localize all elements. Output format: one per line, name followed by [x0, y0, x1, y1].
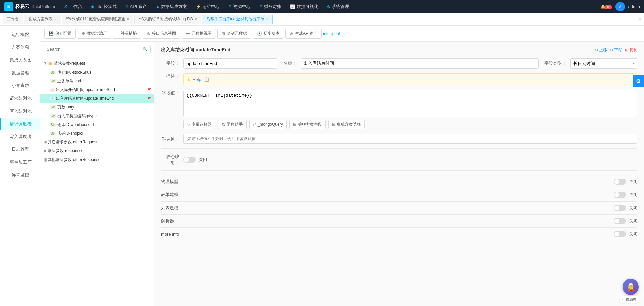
tab-close-ys-purchase[interactable]: × [195, 17, 197, 21]
form-toggle-wrap: 关闭 [614, 192, 637, 198]
copy-action-icon: ⊞ [625, 48, 628, 52]
sidebar-item-anomaly-monitor[interactable]: 异常监控 [0, 169, 40, 181]
gen-api-button[interactable]: ⊕ 生成API资产 [285, 29, 322, 39]
nav-api[interactable]: ⊕ API 资产 [122, 0, 151, 13]
tree-node-response[interactable]: ▶ 响应参数-response [40, 146, 154, 155]
tab-close-tiantelianming[interactable]: × [127, 17, 129, 21]
tree-node-page[interactable]: Str 页数-page [40, 103, 154, 112]
tree-label-out-start-time: 出入库开始时间-updateTimeStart [56, 87, 146, 93]
static-toggle[interactable] [183, 157, 196, 163]
tab-close-mapeng[interactable]: × [266, 17, 268, 21]
sidebar-item-log-manage[interactable]: 日志管理 [0, 143, 40, 156]
sidebar-item-data-manage[interactable]: 数据管理 [0, 67, 40, 79]
more-info-toggle[interactable] [614, 231, 626, 237]
nav-data-integration[interactable]: ▲ 数据集成方案 [152, 0, 191, 13]
sol-select-icon: ⊞ [332, 122, 335, 127]
lite-icon: ◈ [91, 4, 94, 9]
intelligent-button[interactable]: intelligent [323, 31, 340, 36]
search-input[interactable] [47, 47, 143, 52]
brand-logo[interactable]: 云 轻易云 DataPlatform [4, 2, 55, 11]
section-physical-model: 物理模型 关闭 [161, 175, 637, 188]
tab-close-solution-list[interactable]: × [55, 17, 57, 21]
sidebar-item-event-factory[interactable]: 事件加工厂 [0, 156, 40, 169]
tree-node-warehouse-id[interactable]: Str 仓库ID-wearhouseId [40, 120, 154, 129]
list-toggle-wrap: 关闭 [614, 205, 637, 211]
nav-visualization[interactable]: 📈 数据可视化 [287, 0, 322, 13]
tab-workbench[interactable]: 工作台 [3, 15, 23, 24]
tab-mapeng[interactable]: 马帮手工出库=> 金蝶其他出库单 × [202, 15, 273, 24]
down-icon: ⊙ [610, 48, 613, 52]
action-down[interactable]: ⊙ 下移 [610, 47, 622, 53]
type-select[interactable]: 长日期时间 [570, 58, 637, 69]
form-toggle[interactable] [614, 192, 626, 198]
interface-view-button[interactable]: ⊕ 接口信息视图 [143, 29, 180, 39]
sidebar-item-overview[interactable]: 运行概况 [0, 28, 40, 41]
tab-ys-purchase[interactable]: YS采购订单对接畅软Mong DB × [134, 15, 201, 24]
sidebar-item-request-scheduler[interactable]: 请求调度者 [0, 118, 40, 130]
nav-resource[interactable]: ⊞ 资源中心 [225, 0, 254, 13]
meta-view-button[interactable]: ☰ 元数据视图 [182, 29, 216, 39]
tab-ys-purchase-label: YS采购订单对接畅软Mong DB [139, 16, 193, 22]
tree-node-out-start-time[interactable]: ◎ 出入库开始时间-updateTimeStart 🚩 [40, 85, 154, 94]
more-info-toggle-knob [614, 232, 619, 236]
name-input[interactable] [301, 58, 539, 69]
tree-node-other-request[interactable]: ▣ 其它请求参数-otherRequest [40, 138, 154, 146]
nav-finance[interactable]: ⊟ 财务对账 [256, 0, 285, 13]
related-field-button[interactable]: ⊞ 关联方案字段 [289, 120, 326, 129]
sidebar-item-little-query[interactable]: 小青查数 [0, 79, 40, 92]
sidebar-item-request-queue[interactable]: 请求队列池 [0, 92, 40, 105]
tree-node-order-code[interactable]: Str 业务单号-code [40, 77, 154, 85]
value-textarea[interactable] [183, 90, 637, 117]
type-select-wrap: 长日期时间 ▾ [570, 58, 637, 69]
tab-more-button[interactable]: ≡ [638, 16, 641, 23]
desc-edit-icon[interactable]: 📋 [204, 77, 209, 82]
tab-solution-list[interactable]: 集成方案列表 × [24, 15, 61, 24]
tree-node-other-response[interactable]: ▣ 其他响应参数-otherResponse [40, 155, 154, 164]
admin-avatar[interactable]: A [615, 2, 625, 11]
notification-bell[interactable]: 🔔 10 [600, 4, 612, 9]
parser-toggle[interactable] [614, 218, 626, 224]
nav-ops[interactable]: ⚡ 运维中心 [193, 0, 223, 13]
settings-fab[interactable]: ⚙ [633, 75, 644, 87]
function-helper-button[interactable]: fx 函数助手 [218, 120, 247, 129]
desc-help-text[interactable]: Help [192, 77, 201, 82]
data-filter-button[interactable]: ⚙ 数据过滤厂 [77, 29, 111, 39]
ai-assistant: 🧝 小青助理 [620, 279, 639, 303]
solution-select-button[interactable]: ⊞ 集成方案选择 [328, 120, 365, 129]
list-toggle[interactable] [614, 205, 626, 211]
tree-node-out-type-code[interactable]: Str 出入库类型编码-ptype [40, 112, 154, 120]
list-toggle-knob [614, 206, 619, 210]
physical-toggle[interactable] [614, 179, 626, 185]
tree-node-shop-id[interactable]: Str 店铺ID-shopid [40, 129, 154, 138]
related-field-label: 关联方案字段 [298, 122, 322, 127]
ai-avatar-button[interactable]: 🧝 [623, 279, 639, 295]
static-row: 静态映射： 关闭 [161, 154, 637, 166]
default-input[interactable] [183, 134, 637, 144]
desc-help-icon: ℹ [188, 77, 190, 82]
sidebar-item-write-queue[interactable]: 写入队列池 [0, 105, 40, 118]
resource-icon: ⊞ [228, 4, 232, 9]
save-config-button[interactable]: 💾 保存配置 [44, 29, 76, 39]
sidebar-item-solution-info[interactable]: 方案信息 [0, 41, 40, 54]
tree-label-sku: 库存sku-stockSkus [57, 70, 151, 75]
copy-data-button[interactable]: ⊞ 复制元数据 [217, 29, 251, 39]
history-button[interactable]: 🕐 历史版本 [253, 29, 284, 39]
action-copy[interactable]: ⊞ 复制 [625, 47, 637, 53]
clock-icon: ⏱ [64, 4, 68, 9]
sidebar-item-write-scheduler[interactable]: 写入调度者 [0, 130, 40, 143]
tree-node-sku[interactable]: Str 库存sku-stockSkus [40, 68, 154, 77]
nav-lite[interactable]: ◈ Lite 轻集成 [88, 0, 120, 13]
sidebar-item-integration-map[interactable]: 集成关系图 [0, 54, 40, 67]
remediation-button[interactable]: ↑ 补漏措施 [113, 29, 141, 39]
tab-tiantelianming[interactable]: 帝特物联111账套供应商到旺店通 × [62, 15, 133, 24]
variable-selector-button[interactable]: ▽ 变量选择器 [183, 120, 215, 129]
vis-icon: 📈 [290, 4, 295, 9]
action-up[interactable]: ⊙ 上移 [595, 47, 607, 53]
mongo-query-button[interactable]: ◎ _mongoQuery [249, 120, 287, 129]
tree-node-request-params[interactable]: ▼ ▣ 请求参数-request [40, 59, 154, 68]
tree-node-out-end-time[interactable]: ◎ 出入库结束时间-updateTimeEnd 🚩 [40, 94, 154, 103]
nav-workbench[interactable]: ⏱ 工作台 [60, 0, 86, 13]
physical-toggle-label: 关闭 [629, 179, 637, 185]
nav-system[interactable]: ⊕ 系统管理 [324, 0, 353, 13]
field-input[interactable] [183, 58, 277, 69]
